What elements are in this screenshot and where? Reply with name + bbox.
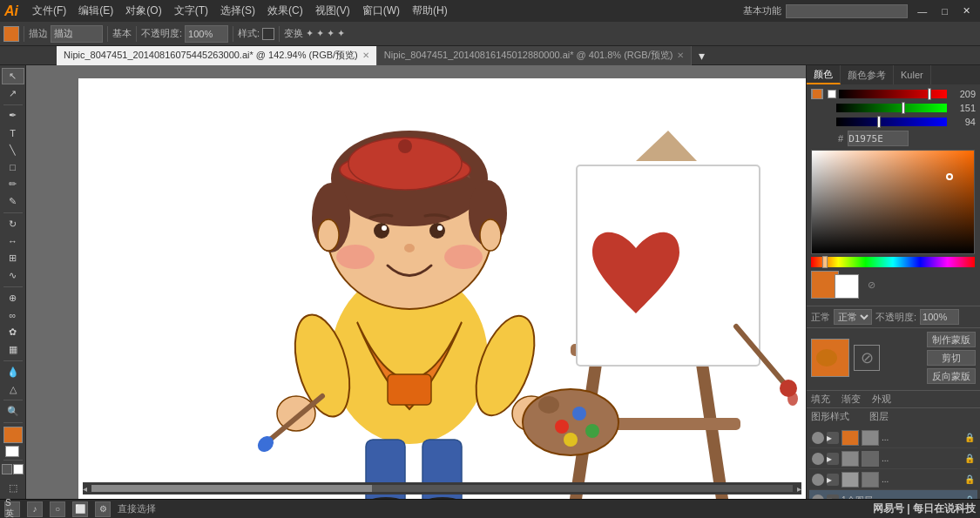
- layer-expand-3[interactable]: ▸: [827, 474, 839, 486]
- gradient-tab-label[interactable]: 渐变: [841, 393, 861, 406]
- menu-text[interactable]: 文字(T): [169, 2, 213, 20]
- tab-close-2[interactable]: ✕: [677, 50, 684, 60]
- scroll-thumb[interactable]: [91, 485, 372, 492]
- tool-rotate[interactable]: ↻: [2, 216, 24, 232]
- no-stroke-icon[interactable]: ⊘: [868, 279, 875, 291]
- blend-mode-select[interactable]: 正常: [834, 309, 872, 325]
- lock-icon-3[interactable]: 🔒: [964, 474, 975, 484]
- horizontal-scrollbar[interactable]: ◂ ▸: [83, 482, 801, 494]
- tab-doc-1[interactable]: Nipic_8047451_20140816075445263000.ai* @…: [57, 46, 377, 65]
- hex-input[interactable]: [848, 131, 909, 146]
- menu-effect[interactable]: 效果(C): [262, 2, 308, 20]
- blue-slider[interactable]: [836, 118, 947, 126]
- tool-rect[interactable]: □: [2, 159, 24, 176]
- tool-pen[interactable]: ✒: [2, 107, 24, 124]
- menu-window[interactable]: 窗口(W): [357, 2, 405, 20]
- lock-icon-2[interactable]: 🔒: [964, 454, 975, 463]
- background-swatch[interactable]: [835, 274, 859, 299]
- menu-help[interactable]: 帮助(H): [407, 2, 453, 20]
- layer-expand-2[interactable]: ▸: [827, 453, 839, 465]
- tool-paintbrush[interactable]: ✏: [2, 177, 24, 193]
- menu-object[interactable]: 对象(O): [120, 2, 166, 20]
- layer-expand-4[interactable]: ▾: [827, 494, 839, 500]
- layer-eye-icon-3[interactable]: [812, 474, 824, 486]
- lock-icon-1[interactable]: 🔒: [964, 433, 975, 442]
- menu-select[interactable]: 选择(S): [215, 2, 260, 20]
- canvas-area[interactable]: ◂ ▸: [26, 65, 806, 499]
- tool-symbol[interactable]: ✿: [2, 324, 24, 340]
- layers-panel[interactable]: ▸ ... 🔒 ▸ ... 🔒 ▸ ... 🔒: [807, 425, 980, 499]
- tool-graph[interactable]: ▦: [2, 341, 24, 358]
- tab-close-1[interactable]: ✕: [362, 50, 369, 60]
- make-mask-button[interactable]: 制作蒙版: [927, 332, 976, 347]
- style-swatch[interactable]: [262, 28, 274, 40]
- close-button[interactable]: ✕: [957, 3, 976, 18]
- stroke-tab-label[interactable]: 外观: [872, 393, 891, 406]
- tool-eyedropper[interactable]: 💧: [2, 364, 24, 380]
- tool-screen-mode[interactable]: ⬚: [2, 480, 24, 496]
- tab-overflow-icon[interactable]: ▾: [699, 49, 705, 63]
- tab-color[interactable]: 颜色: [807, 65, 841, 84]
- opacity-input[interactable]: [920, 309, 959, 325]
- tool-pencil[interactable]: ✎: [2, 193, 24, 210]
- layer-eye-icon-2[interactable]: [812, 453, 824, 465]
- stroke-input[interactable]: [51, 25, 103, 43]
- menu-view[interactable]: 视图(V): [310, 2, 355, 20]
- layer-row-2[interactable]: ▸ ... 🔒: [809, 448, 977, 469]
- tool-direct-select[interactable]: ↗: [2, 85, 24, 102]
- layer-row-3[interactable]: ▸ ... 🔒: [809, 469, 977, 490]
- bottom-icon-square[interactable]: ⬜: [72, 501, 88, 517]
- scroll-right-icon[interactable]: ▸: [797, 484, 801, 494]
- layer-expand-1[interactable]: ▸: [827, 432, 839, 444]
- no-mask-icon[interactable]: ⊘: [854, 345, 880, 371]
- tool-blend[interactable]: ∞: [2, 307, 24, 324]
- tab-kuler[interactable]: Kuler: [894, 65, 931, 84]
- tool-measure[interactable]: △: [2, 381, 24, 398]
- fill-swatch[interactable]: [3, 427, 23, 443]
- bottom-icon-music[interactable]: ♪: [27, 501, 43, 517]
- blue-thumb[interactable]: [877, 116, 881, 128]
- object-preview[interactable]: [811, 339, 849, 377]
- tool-width[interactable]: ⊕: [2, 290, 24, 306]
- color-spectrum[interactable]: [811, 150, 975, 254]
- layer-eye-icon-4[interactable]: [812, 494, 824, 500]
- bottom-icon-circle[interactable]: ○: [50, 501, 65, 517]
- minimize-button[interactable]: —: [912, 4, 932, 18]
- maximize-button[interactable]: □: [936, 4, 953, 18]
- menu-edit[interactable]: 编辑(E): [73, 2, 118, 20]
- tool-line[interactable]: ╲: [2, 142, 24, 158]
- hue-thumb[interactable]: [822, 256, 828, 268]
- tool-type[interactable]: T: [2, 124, 24, 141]
- scroll-track[interactable]: [91, 485, 793, 492]
- tool-zoom[interactable]: 🔍: [2, 403, 24, 420]
- stroke-swatch[interactable]: [5, 446, 19, 458]
- opacity-input[interactable]: [185, 25, 228, 43]
- tab-doc-2[interactable]: Nipic_8047451_20140816145012880000.ai* @…: [377, 46, 693, 65]
- red-slider[interactable]: [839, 90, 947, 98]
- scroll-left-icon[interactable]: ◂: [83, 484, 87, 494]
- tool-select[interactable]: ↖: [2, 68, 24, 84]
- green-slider[interactable]: [836, 104, 947, 112]
- tab-color-ref[interactable]: 颜色参考: [841, 65, 894, 84]
- color-preview-chip[interactable]: [811, 89, 823, 99]
- lock-icon-4[interactable]: 🔒: [964, 495, 975, 499]
- fill-tab-label[interactable]: 填充: [811, 393, 830, 406]
- bottom-icon-s[interactable]: S英: [4, 501, 20, 517]
- green-thumb[interactable]: [902, 102, 905, 114]
- menu-file[interactable]: 文件(F): [27, 2, 71, 20]
- invert-button[interactable]: 反向蒙版: [927, 368, 976, 384]
- white-swatch-sm[interactable]: [828, 90, 836, 98]
- fill-color-swatch[interactable]: [3, 26, 19, 42]
- layer-row-4[interactable]: ▾ 1个图层 🔒: [809, 490, 977, 499]
- tool-warp[interactable]: ∿: [2, 267, 24, 284]
- tool-scale[interactable]: ⊞: [2, 251, 24, 267]
- layer-row-1[interactable]: ▸ ... 🔒: [809, 427, 977, 448]
- fill-icon[interactable]: [2, 464, 12, 474]
- hue-slider[interactable]: [811, 257, 975, 267]
- stroke-icon[interactable]: [13, 464, 24, 474]
- color-spectrum-container[interactable]: [811, 150, 976, 267]
- search-input[interactable]: [786, 4, 908, 18]
- red-thumb[interactable]: [928, 88, 931, 100]
- layer-eye-icon-1[interactable]: [812, 432, 824, 444]
- bottom-icon-gear[interactable]: ⚙: [95, 501, 111, 517]
